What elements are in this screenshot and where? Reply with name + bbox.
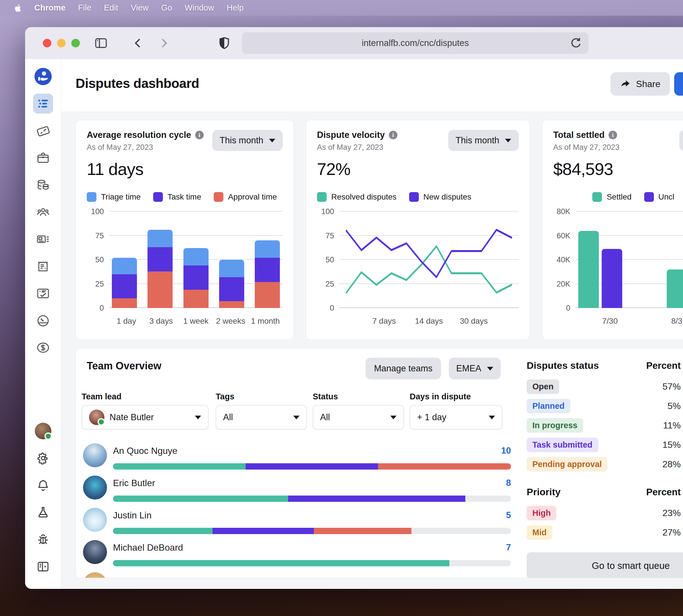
- filter-dropdown-days-in-dispute[interactable]: + 1 day: [410, 405, 502, 430]
- sidebar-item-app-logo[interactable]: [33, 67, 53, 87]
- y-tick-label: 60K: [556, 231, 570, 240]
- y-tick-label: 25: [325, 280, 334, 288]
- sidebar-item-id-card[interactable]: [33, 229, 53, 249]
- sidebar-toggle-icon[interactable]: [94, 36, 108, 50]
- y-tick-label: 100: [91, 207, 104, 216]
- sidebar-item-notifications[interactable]: [33, 475, 53, 495]
- member-name: Justin Lin: [113, 510, 511, 521]
- filter-dropdown-tags[interactable]: All: [216, 405, 307, 430]
- progress-segment: [113, 463, 246, 469]
- dispute-status-row: Open57%: [527, 377, 681, 396]
- filter-dropdown-team-lead[interactable]: Nate Butler: [82, 405, 208, 430]
- member-progress-bar: [113, 463, 511, 469]
- period-dropdown[interactable]: [679, 130, 683, 151]
- minimize-window-button[interactable]: [57, 39, 66, 47]
- primary-action-button[interactable]: [674, 72, 683, 96]
- menu-app-name[interactable]: Chrome: [34, 3, 66, 13]
- address-bar[interactable]: internalfb.com/cnc/disputes: [242, 32, 589, 54]
- team-member-row[interactable]: [83, 575, 511, 578]
- dropdown-value: All: [223, 412, 233, 422]
- forward-icon[interactable]: [156, 36, 171, 50]
- percent-column-header: Percent: [646, 360, 681, 371]
- y-tick-label: 50: [95, 256, 104, 264]
- share-button[interactable]: Share: [611, 72, 670, 96]
- sidebar-item-data[interactable]: [33, 175, 53, 195]
- sidebar-item-collapse-panel[interactable]: [33, 557, 53, 577]
- team-member-row[interactable]: Eric Butler8: [83, 478, 511, 510]
- sidebar-item-cards[interactable]: [33, 121, 53, 141]
- legend-item: Approval time: [214, 192, 277, 202]
- card-title: Total settled: [553, 130, 605, 140]
- menu-item-window[interactable]: Window: [185, 3, 214, 13]
- sidebar-item-teams[interactable]: [33, 202, 53, 222]
- sidebar-item-profile[interactable]: [33, 421, 53, 441]
- chart-legend: Resolved disputesNew disputes: [317, 192, 519, 202]
- progress-segment: [288, 496, 465, 502]
- metric-value: 72%: [317, 159, 519, 179]
- percent-value: 27%: [662, 527, 681, 538]
- y-tick-label: 25: [95, 280, 104, 288]
- info-icon[interactable]: i: [389, 131, 397, 139]
- period-dropdown[interactable]: This month: [448, 130, 519, 151]
- dispute-status-row: Planned5%: [527, 396, 681, 416]
- sidebar-item-metrics[interactable]: [33, 311, 53, 331]
- bar-series: [578, 212, 683, 308]
- panel-title: Disputes status: [527, 360, 599, 371]
- sidebar-item-settings[interactable]: [33, 448, 53, 468]
- shield-icon[interactable]: [217, 36, 232, 50]
- menu-item-view[interactable]: View: [131, 3, 149, 13]
- sidebar-item-debug[interactable]: [33, 529, 53, 549]
- y-tick-label: 100: [321, 207, 334, 216]
- back-icon[interactable]: [131, 36, 145, 50]
- legend-item: Task time: [153, 192, 201, 202]
- zoom-window-button[interactable]: [71, 39, 80, 47]
- status-badge: Planned: [527, 399, 570, 413]
- dropdown-value: All: [320, 412, 330, 422]
- team-member-row[interactable]: An Quoc Nguye10: [83, 446, 511, 478]
- member-name: An Quoc Nguye: [113, 446, 511, 456]
- x-tick-label: 1 month: [248, 316, 283, 326]
- filter-dropdown-status[interactable]: All: [313, 405, 404, 430]
- close-window-button[interactable]: [43, 39, 51, 47]
- x-tick-label: 2 weeks: [213, 316, 248, 326]
- page-header: Disputes dashboard Share: [61, 59, 683, 111]
- bar-segment: [255, 258, 280, 282]
- menu-item-go[interactable]: Go: [161, 3, 172, 13]
- percent-value: 23%: [662, 508, 681, 519]
- y-tick-label: 0: [99, 304, 104, 312]
- region-dropdown[interactable]: EMEA: [449, 358, 501, 379]
- chart-legend: SettledUncl: [553, 192, 683, 202]
- avatar: [83, 540, 107, 564]
- info-icon[interactable]: i: [609, 131, 617, 139]
- progress-segment: [378, 463, 511, 469]
- sidebar-item-payments[interactable]: [33, 338, 53, 358]
- menu-item-edit[interactable]: Edit: [104, 3, 118, 13]
- chevron-down-icon: [390, 416, 396, 419]
- bar-segment: [183, 290, 208, 308]
- filter-label: Days in dispute: [410, 392, 471, 401]
- legend-swatch: [409, 192, 419, 202]
- sidebar-item-disputes-list[interactable]: [33, 94, 53, 114]
- go-to-smart-queue-button[interactable]: Go to smart queue: [527, 552, 683, 578]
- panel-title: Priority: [527, 486, 561, 498]
- manage-teams-button[interactable]: Manage teams: [365, 358, 441, 379]
- chevron-down-icon: [195, 416, 201, 419]
- reload-icon[interactable]: [569, 36, 584, 50]
- team-overview-card: Team Overview Manage teams EMEA Team lea…: [75, 348, 683, 578]
- apple-menu-icon[interactable]: [13, 3, 23, 13]
- card-title: Average resolution cycle: [87, 130, 191, 140]
- sidebar-item-experiments[interactable]: [33, 502, 53, 522]
- bar-Settled: [578, 231, 599, 308]
- x-tick-label: 7 days: [372, 316, 396, 326]
- sidebar-item-cases[interactable]: [33, 148, 53, 168]
- team-member-row[interactable]: Michael DeBoard7: [83, 542, 511, 575]
- menu-item-file[interactable]: File: [78, 3, 92, 13]
- bar-segment: [112, 274, 137, 298]
- menu-item-help[interactable]: Help: [227, 3, 244, 13]
- sidebar-item-receipts[interactable]: [33, 256, 53, 276]
- bar-Settled: [667, 269, 683, 308]
- info-icon[interactable]: i: [195, 131, 204, 139]
- period-dropdown[interactable]: This month: [212, 130, 283, 151]
- sidebar-item-approvals[interactable]: [33, 283, 53, 304]
- team-member-row[interactable]: Justin Lin5: [83, 510, 511, 542]
